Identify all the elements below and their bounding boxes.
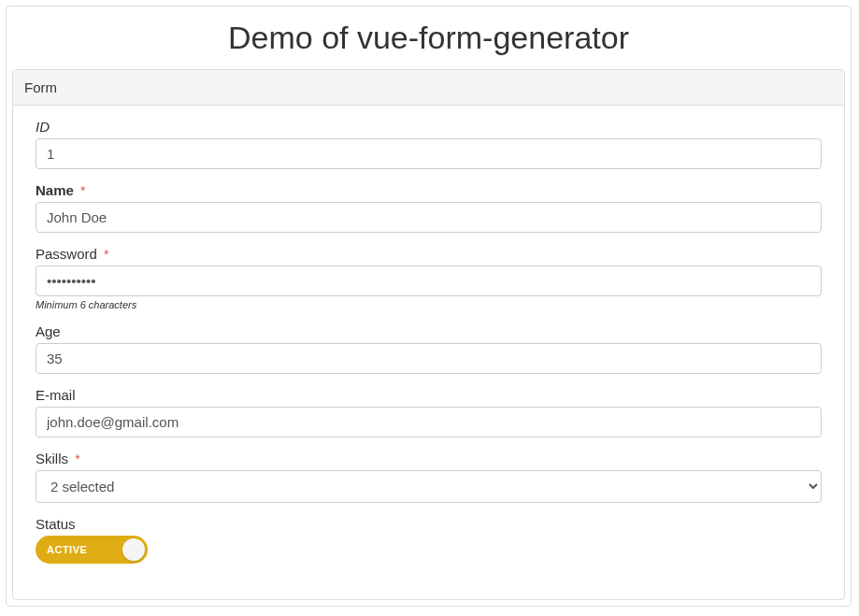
- status-toggle[interactable]: ACTIVE: [36, 536, 148, 564]
- email-label: E-mail: [36, 387, 822, 403]
- panel-body: ID Name * Password * Minimum 6 character…: [13, 106, 844, 599]
- password-hint: Minimum 6 characters: [36, 299, 822, 310]
- field-age: Age: [36, 323, 822, 374]
- toggle-handle-icon: [122, 538, 145, 561]
- id-input[interactable]: [36, 138, 822, 169]
- status-toggle-label: ACTIVE: [47, 544, 87, 555]
- skills-label-text: Skills: [36, 451, 68, 466]
- field-status: Status ACTIVE: [36, 516, 822, 564]
- skills-select[interactable]: 2 selected: [36, 470, 822, 503]
- main-container: Demo of vue-form-generator Form ID Name …: [6, 6, 852, 607]
- age-input[interactable]: [36, 343, 822, 374]
- age-label: Age: [36, 323, 822, 339]
- required-star-icon: *: [104, 247, 108, 262]
- page-title: Demo of vue-form-generator: [7, 7, 851, 69]
- password-input[interactable]: [36, 265, 822, 296]
- field-id: ID: [36, 119, 822, 169]
- field-password: Password * Minimum 6 characters: [36, 246, 822, 310]
- name-label-text: Name: [36, 182, 74, 198]
- panel-header: Form: [13, 70, 844, 106]
- required-star-icon: *: [75, 451, 79, 466]
- field-email: E-mail: [36, 387, 822, 437]
- form-panel: Form ID Name * Password *: [12, 69, 845, 600]
- status-label: Status: [36, 516, 822, 532]
- id-label: ID: [36, 119, 822, 135]
- required-star-icon: *: [80, 183, 85, 198]
- skills-label: Skills *: [36, 451, 822, 466]
- password-label-text: Password: [36, 246, 97, 262]
- email-input[interactable]: [36, 407, 822, 437]
- field-skills: Skills * 2 selected: [36, 451, 822, 503]
- password-label: Password *: [36, 246, 822, 262]
- field-name: Name *: [36, 182, 822, 233]
- name-input[interactable]: [36, 202, 822, 233]
- name-label: Name *: [36, 182, 822, 198]
